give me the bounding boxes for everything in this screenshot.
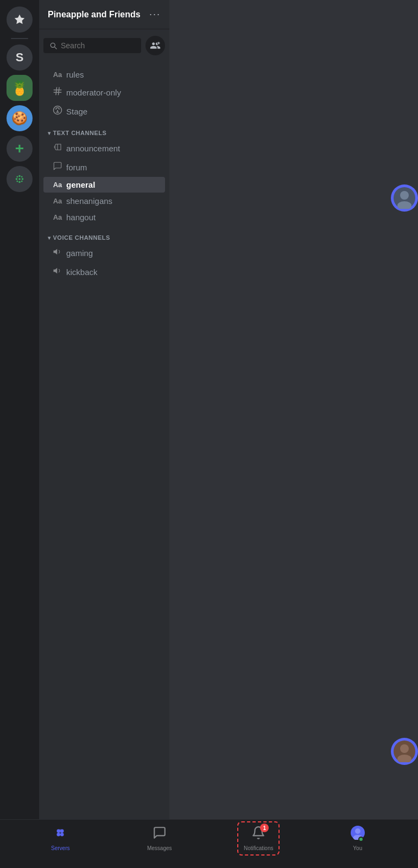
svg-point-28	[60, 833, 64, 837]
member-avatar-2	[391, 738, 418, 765]
channel-name-forum: forum	[66, 163, 87, 172]
server-rail: S 🍍 🍪 +	[0, 0, 39, 819]
server-icon-cookies[interactable]: 🍪	[7, 105, 33, 131]
tab-notifications[interactable]: 1 Notifications	[209, 821, 308, 856]
channel-name-moderator-only: moderator-only	[66, 88, 121, 97]
svg-point-20	[400, 191, 409, 200]
server-icon-discover[interactable]	[7, 166, 33, 192]
channel-item-kickback[interactable]: kickback	[43, 263, 165, 281]
channel-sidebar: Pineapple and Friends ···	[39, 0, 169, 819]
channel-name-gaming: gaming	[66, 248, 93, 258]
search-icon	[49, 41, 58, 50]
server-rail-divider	[11, 38, 28, 39]
tab-servers[interactable]: Servers	[11, 826, 110, 851]
tab-you-label: You	[353, 845, 362, 851]
channel-name-shenanigans: shenanigans	[66, 196, 112, 206]
category-voice-channels[interactable]: ▾ Voice Channels	[43, 226, 165, 243]
channel-list: Aa rules moderator-only	[39, 62, 169, 819]
stage-icon	[52, 105, 63, 117]
category-text-channels-label: Text Channels	[53, 130, 107, 136]
pineapple-emoji: 🍍	[11, 80, 28, 97]
add-member-button[interactable]	[145, 36, 165, 55]
forum-icon	[52, 161, 63, 173]
svg-point-5	[17, 176, 18, 178]
text-channel-icon-hangout: Aa	[52, 213, 63, 221]
tab-notifications-label: Notifications	[244, 845, 273, 851]
server-title: Pineapple and Friends	[48, 10, 141, 20]
server-icon-pineapple[interactable]: 🍍	[7, 75, 33, 101]
search-bar-container	[43, 36, 165, 55]
server-icon-s[interactable]: S	[7, 44, 33, 71]
channel-item-shenanigans[interactable]: Aa shenanigans	[43, 193, 165, 209]
channel-item-forum[interactable]: forum	[43, 158, 165, 176]
bottom-tab-bar: Servers Messages 1 Notifications	[0, 819, 418, 868]
svg-point-27	[57, 833, 61, 837]
svg-point-0	[18, 178, 21, 180]
svg-point-31	[355, 828, 360, 834]
svg-point-2	[22, 178, 24, 180]
voice-channel-icon-kickback	[52, 266, 63, 278]
servers-icon	[53, 826, 67, 843]
add-server-icon: +	[15, 140, 24, 157]
svg-point-3	[18, 175, 21, 177]
search-input[interactable]	[61, 41, 136, 50]
text-channel-icon-general: Aa	[52, 181, 63, 189]
main-content-panel	[169, 0, 418, 819]
svg-point-1	[16, 178, 18, 180]
svg-point-23	[400, 744, 409, 753]
svg-point-29	[59, 829, 62, 833]
member-avatar-1	[391, 184, 418, 212]
category-voice-channels-label: Voice Channels	[53, 234, 110, 241]
svg-point-8	[21, 181, 23, 182]
notification-badge: 1	[260, 824, 269, 832]
svg-point-7	[17, 181, 18, 182]
cookie-emoji: 🍪	[11, 111, 28, 126]
category-text-channels[interactable]: ▾ Text Channels	[43, 121, 165, 138]
channel-name-kickback: kickback	[66, 267, 98, 277]
text-channel-icon: Aa	[52, 71, 63, 79]
channel-name-rules: rules	[66, 70, 84, 79]
channel-item-announcement[interactable]: announcement	[43, 139, 165, 157]
channel-name-announcement: announcement	[66, 144, 120, 153]
tab-servers-label: Servers	[51, 845, 69, 851]
server-icon-favorites[interactable]	[7, 7, 33, 33]
channel-name-stage: Stage	[66, 107, 87, 116]
chevron-down-icon: ▾	[48, 130, 51, 136]
tab-messages[interactable]: Messages	[110, 826, 210, 851]
tab-messages-label: Messages	[147, 845, 172, 851]
tab-you[interactable]: You	[308, 826, 408, 851]
channel-name-general: general	[66, 180, 95, 189]
svg-marker-18	[54, 268, 58, 274]
svg-marker-17	[54, 249, 58, 255]
you-icon	[351, 826, 365, 843]
hash-icon	[52, 86, 63, 98]
announcement-icon	[52, 142, 63, 154]
online-status-dot	[358, 837, 364, 842]
channel-item-gaming[interactable]: gaming	[43, 244, 165, 262]
messages-icon	[153, 826, 167, 843]
server-header: Pineapple and Friends ···	[39, 0, 169, 29]
search-input-wrapper[interactable]	[43, 38, 141, 53]
text-channel-icon-shenanigans: Aa	[52, 197, 63, 205]
channel-item-moderator-only[interactable]: moderator-only	[43, 83, 165, 101]
channel-item-rules[interactable]: Aa rules	[43, 67, 165, 82]
chevron-down-icon-voice: ▾	[48, 235, 51, 241]
channel-name-hangout: hangout	[66, 213, 96, 222]
more-options-button[interactable]: ···	[149, 9, 161, 20]
channel-item-general[interactable]: Aa general	[43, 177, 165, 193]
voice-channel-icon-gaming	[52, 247, 63, 259]
svg-point-4	[18, 181, 21, 183]
channel-item-hangout[interactable]: Aa hangout	[43, 209, 165, 225]
notifications-icon: 1	[251, 826, 265, 843]
server-icon-add[interactable]: +	[7, 136, 33, 162]
add-member-icon	[150, 40, 161, 51]
channel-item-stage[interactable]: Stage	[43, 102, 165, 120]
notifications-highlight-box: 1 Notifications	[237, 821, 280, 856]
svg-point-6	[21, 176, 23, 178]
